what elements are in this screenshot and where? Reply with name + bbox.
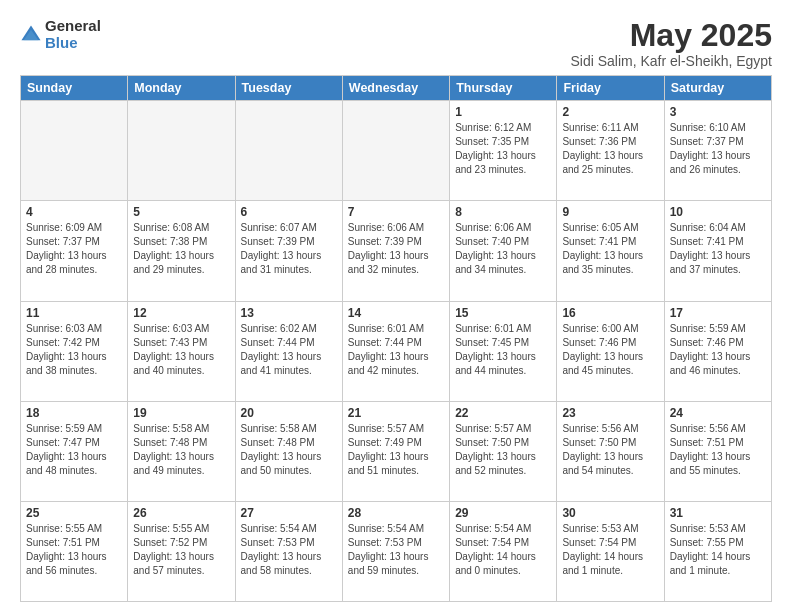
cell-text: Sunrise: 5:55 AMSunset: 7:51 PMDaylight:… <box>26 522 122 578</box>
cell-text: Sunrise: 6:00 AMSunset: 7:46 PMDaylight:… <box>562 322 658 378</box>
header-wednesday: Wednesday <box>342 76 449 101</box>
cell-text: Sunrise: 5:54 AMSunset: 7:54 PMDaylight:… <box>455 522 551 578</box>
cell-text: Sunrise: 5:54 AMSunset: 7:53 PMDaylight:… <box>241 522 337 578</box>
day-number: 14 <box>348 306 444 320</box>
title-block: May 2025 Sidi Salim, Kafr el-Sheikh, Egy… <box>570 18 772 69</box>
table-cell <box>342 101 449 201</box>
table-cell <box>128 101 235 201</box>
subtitle: Sidi Salim, Kafr el-Sheikh, Egypt <box>570 53 772 69</box>
table-cell: 22Sunrise: 5:57 AMSunset: 7:50 PMDayligh… <box>450 401 557 501</box>
table-cell: 27Sunrise: 5:54 AMSunset: 7:53 PMDayligh… <box>235 501 342 601</box>
table-cell: 31Sunrise: 5:53 AMSunset: 7:55 PMDayligh… <box>664 501 771 601</box>
cell-text: Sunrise: 6:09 AMSunset: 7:37 PMDaylight:… <box>26 221 122 277</box>
day-number: 17 <box>670 306 766 320</box>
day-number: 15 <box>455 306 551 320</box>
day-number: 16 <box>562 306 658 320</box>
table-cell: 19Sunrise: 5:58 AMSunset: 7:48 PMDayligh… <box>128 401 235 501</box>
table-cell: 23Sunrise: 5:56 AMSunset: 7:50 PMDayligh… <box>557 401 664 501</box>
cell-text: Sunrise: 6:03 AMSunset: 7:43 PMDaylight:… <box>133 322 229 378</box>
cell-text: Sunrise: 5:54 AMSunset: 7:53 PMDaylight:… <box>348 522 444 578</box>
cell-text: Sunrise: 6:12 AMSunset: 7:35 PMDaylight:… <box>455 121 551 177</box>
cell-text: Sunrise: 5:53 AMSunset: 7:55 PMDaylight:… <box>670 522 766 578</box>
cell-text: Sunrise: 6:06 AMSunset: 7:39 PMDaylight:… <box>348 221 444 277</box>
day-number: 26 <box>133 506 229 520</box>
page: General Blue May 2025 Sidi Salim, Kafr e… <box>0 0 792 612</box>
cell-text: Sunrise: 5:57 AMSunset: 7:49 PMDaylight:… <box>348 422 444 478</box>
header-monday: Monday <box>128 76 235 101</box>
day-number: 23 <box>562 406 658 420</box>
day-number: 9 <box>562 205 658 219</box>
cell-text: Sunrise: 6:01 AMSunset: 7:45 PMDaylight:… <box>455 322 551 378</box>
day-number: 13 <box>241 306 337 320</box>
table-cell: 6Sunrise: 6:07 AMSunset: 7:39 PMDaylight… <box>235 201 342 301</box>
cell-text: Sunrise: 6:03 AMSunset: 7:42 PMDaylight:… <box>26 322 122 378</box>
table-cell: 1Sunrise: 6:12 AMSunset: 7:35 PMDaylight… <box>450 101 557 201</box>
day-number: 18 <box>26 406 122 420</box>
cell-text: Sunrise: 6:04 AMSunset: 7:41 PMDaylight:… <box>670 221 766 277</box>
day-number: 10 <box>670 205 766 219</box>
week-row-1: 1Sunrise: 6:12 AMSunset: 7:35 PMDaylight… <box>21 101 772 201</box>
day-number: 1 <box>455 105 551 119</box>
day-number: 12 <box>133 306 229 320</box>
day-number: 2 <box>562 105 658 119</box>
table-cell: 26Sunrise: 5:55 AMSunset: 7:52 PMDayligh… <box>128 501 235 601</box>
day-number: 22 <box>455 406 551 420</box>
cell-text: Sunrise: 5:56 AMSunset: 7:51 PMDaylight:… <box>670 422 766 478</box>
table-cell: 12Sunrise: 6:03 AMSunset: 7:43 PMDayligh… <box>128 301 235 401</box>
cell-text: Sunrise: 5:57 AMSunset: 7:50 PMDaylight:… <box>455 422 551 478</box>
table-cell: 17Sunrise: 5:59 AMSunset: 7:46 PMDayligh… <box>664 301 771 401</box>
table-cell: 2Sunrise: 6:11 AMSunset: 7:36 PMDaylight… <box>557 101 664 201</box>
table-cell: 9Sunrise: 6:05 AMSunset: 7:41 PMDaylight… <box>557 201 664 301</box>
main-title: May 2025 <box>570 18 772 53</box>
weekday-header-row: Sunday Monday Tuesday Wednesday Thursday… <box>21 76 772 101</box>
table-cell: 24Sunrise: 5:56 AMSunset: 7:51 PMDayligh… <box>664 401 771 501</box>
cell-text: Sunrise: 6:07 AMSunset: 7:39 PMDaylight:… <box>241 221 337 277</box>
table-cell: 28Sunrise: 5:54 AMSunset: 7:53 PMDayligh… <box>342 501 449 601</box>
day-number: 7 <box>348 205 444 219</box>
table-cell: 14Sunrise: 6:01 AMSunset: 7:44 PMDayligh… <box>342 301 449 401</box>
table-cell: 3Sunrise: 6:10 AMSunset: 7:37 PMDaylight… <box>664 101 771 201</box>
table-cell: 30Sunrise: 5:53 AMSunset: 7:54 PMDayligh… <box>557 501 664 601</box>
day-number: 21 <box>348 406 444 420</box>
week-row-5: 25Sunrise: 5:55 AMSunset: 7:51 PMDayligh… <box>21 501 772 601</box>
cell-text: Sunrise: 6:10 AMSunset: 7:37 PMDaylight:… <box>670 121 766 177</box>
header-thursday: Thursday <box>450 76 557 101</box>
table-cell: 5Sunrise: 6:08 AMSunset: 7:38 PMDaylight… <box>128 201 235 301</box>
header-saturday: Saturday <box>664 76 771 101</box>
cell-text: Sunrise: 6:02 AMSunset: 7:44 PMDaylight:… <box>241 322 337 378</box>
table-cell: 8Sunrise: 6:06 AMSunset: 7:40 PMDaylight… <box>450 201 557 301</box>
day-number: 27 <box>241 506 337 520</box>
week-row-2: 4Sunrise: 6:09 AMSunset: 7:37 PMDaylight… <box>21 201 772 301</box>
cell-text: Sunrise: 6:06 AMSunset: 7:40 PMDaylight:… <box>455 221 551 277</box>
cell-text: Sunrise: 5:56 AMSunset: 7:50 PMDaylight:… <box>562 422 658 478</box>
logo-general: General <box>45 18 101 35</box>
header-tuesday: Tuesday <box>235 76 342 101</box>
cell-text: Sunrise: 6:08 AMSunset: 7:38 PMDaylight:… <box>133 221 229 277</box>
week-row-4: 18Sunrise: 5:59 AMSunset: 7:47 PMDayligh… <box>21 401 772 501</box>
cell-text: Sunrise: 5:53 AMSunset: 7:54 PMDaylight:… <box>562 522 658 578</box>
header: General Blue May 2025 Sidi Salim, Kafr e… <box>20 18 772 69</box>
table-cell: 7Sunrise: 6:06 AMSunset: 7:39 PMDaylight… <box>342 201 449 301</box>
table-cell <box>21 101 128 201</box>
day-number: 4 <box>26 205 122 219</box>
week-row-3: 11Sunrise: 6:03 AMSunset: 7:42 PMDayligh… <box>21 301 772 401</box>
table-cell: 25Sunrise: 5:55 AMSunset: 7:51 PMDayligh… <box>21 501 128 601</box>
day-number: 30 <box>562 506 658 520</box>
cell-text: Sunrise: 6:05 AMSunset: 7:41 PMDaylight:… <box>562 221 658 277</box>
cell-text: Sunrise: 6:11 AMSunset: 7:36 PMDaylight:… <box>562 121 658 177</box>
day-number: 6 <box>241 205 337 219</box>
day-number: 28 <box>348 506 444 520</box>
cell-text: Sunrise: 5:58 AMSunset: 7:48 PMDaylight:… <box>241 422 337 478</box>
cell-text: Sunrise: 5:59 AMSunset: 7:46 PMDaylight:… <box>670 322 766 378</box>
logo: General Blue <box>20 18 101 51</box>
day-number: 24 <box>670 406 766 420</box>
table-cell: 29Sunrise: 5:54 AMSunset: 7:54 PMDayligh… <box>450 501 557 601</box>
table-cell: 20Sunrise: 5:58 AMSunset: 7:48 PMDayligh… <box>235 401 342 501</box>
cell-text: Sunrise: 5:55 AMSunset: 7:52 PMDaylight:… <box>133 522 229 578</box>
table-cell: 4Sunrise: 6:09 AMSunset: 7:37 PMDaylight… <box>21 201 128 301</box>
day-number: 25 <box>26 506 122 520</box>
logo-blue: Blue <box>45 35 101 52</box>
table-cell <box>235 101 342 201</box>
day-number: 3 <box>670 105 766 119</box>
day-number: 29 <box>455 506 551 520</box>
